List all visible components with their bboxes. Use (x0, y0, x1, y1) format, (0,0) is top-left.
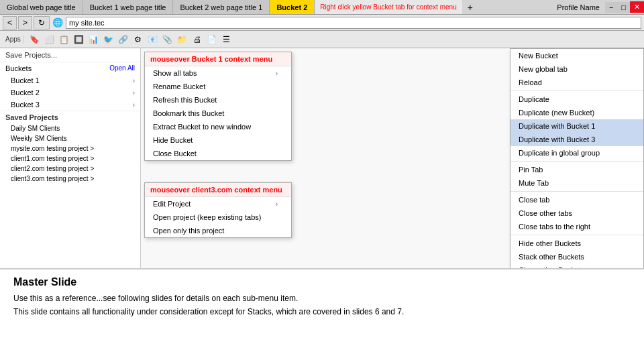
bucket1-arrow-icon: › (133, 77, 135, 84)
bucket1-refresh[interactable]: Refresh this Bucket (145, 93, 291, 107)
client3-edit-project[interactable]: Edit Project › (145, 197, 291, 210)
menu-close-tabs-right[interactable]: Close tabs to the right (511, 220, 643, 233)
toolbar-icon-8[interactable]: 📧 (146, 33, 160, 46)
menu-duplicate-bucket3[interactable]: Duplicate with Bucket 3 (511, 133, 643, 146)
right-click-hint-label: Right click yellow Bucket tab for contex… (320, 3, 456, 11)
menu-mute-tab[interactable]: Mute Tab (511, 176, 643, 190)
tab-global[interactable]: Global web page title (0, 0, 83, 14)
master-slide-title: Master Slide (13, 276, 631, 288)
toolbar-icon-1[interactable]: ⬜ (43, 33, 56, 46)
toolbar-icon-11[interactable]: 🖨 (191, 33, 204, 46)
profile-name: Profile Name (551, 3, 605, 11)
client3-menu-header: mouseover client3.com context menu (145, 183, 291, 197)
sidebar-bucket1[interactable]: Bucket 1 › (0, 74, 140, 86)
separator-1 (511, 90, 643, 91)
toolbar-icon-2[interactable]: 📋 (58, 33, 71, 46)
bucket3-arrow-icon: › (133, 101, 135, 109)
separator-2 (511, 161, 643, 162)
menu-duplicate-bucket1[interactable]: Duplicate with Bucket 1 (511, 119, 643, 133)
buckets-header[interactable]: Buckets Open All (0, 62, 140, 74)
toolbar-icon-12[interactable]: 📄 (205, 33, 219, 46)
buckets-label: Buckets (5, 64, 32, 72)
menu-close-other-buckets[interactable]: Close other Buckets (511, 263, 643, 268)
bucket1-show-all-tabs[interactable]: Show all tabs › (145, 66, 291, 80)
menu-close-other-tabs[interactable]: Close other tabs (511, 206, 643, 220)
tab-global-label: Global web page title (7, 3, 76, 11)
menu-pin-tab[interactable]: Pin Tab (511, 163, 643, 176)
address-bar[interactable] (66, 17, 641, 29)
maximize-button[interactable]: □ (617, 2, 630, 13)
tab-bucket2-yellow-label: Bucket 2 (276, 3, 307, 11)
content-area: mouseover Bucket 1 context menu Show all… (141, 48, 644, 268)
menu-close-tab[interactable]: Close tab (511, 193, 643, 206)
sidebar-weekly-sm[interactable]: Weekly SM Clients (0, 133, 140, 143)
menu-hide-other-buckets[interactable]: Hide other Buckets (511, 237, 643, 250)
menu-new-bucket[interactable]: New Bucket (511, 49, 643, 62)
client3-open-only[interactable]: Open only this project (145, 224, 291, 237)
show-all-tabs-arrow-icon: › (276, 70, 278, 77)
bucket1-menu-header: mouseover Bucket 1 context menu (145, 52, 291, 66)
toolbar-icon-13[interactable]: ☰ (220, 33, 233, 46)
toolbar-icon-3[interactable]: 🔲 (72, 33, 86, 46)
bucket1-bookmark[interactable]: Bookmark this Bucket (145, 107, 291, 120)
tab-bucket2-title1-label: Bucket 2 web page title 1 (180, 3, 262, 11)
sidebar-client1[interactable]: client1.com testing project > (0, 154, 140, 164)
sidebar-mysite[interactable]: mysite.com testing project > (0, 143, 140, 154)
separator-4 (511, 235, 643, 235)
bucket1-close[interactable]: Close Bucket (145, 147, 291, 160)
bucket1-hide[interactable]: Hide Bucket (145, 133, 291, 147)
menu-stack-other-buckets[interactable]: Stack other Buckets (511, 250, 643, 263)
minimize-button[interactable]: − (605, 2, 617, 13)
menu-duplicate-global[interactable]: Duplicate in global group (511, 146, 643, 160)
refresh-button[interactable]: ↻ (34, 16, 50, 29)
toolbar-icon-6[interactable]: 🔗 (117, 33, 130, 46)
bucket2-arrow-icon: › (133, 89, 135, 97)
toolbar-icon-4[interactable]: 📊 (87, 33, 101, 46)
client3-context-menu: mouseover client3.com context menu Edit … (144, 182, 292, 238)
bottom-text-2: This slide contains all functionality un… (13, 307, 631, 316)
apps-label: Apps (3, 36, 24, 43)
yellow-tab-context-menu: New Bucket New global tab Reload Duplica… (510, 48, 644, 268)
bookmark-icon[interactable]: 🔖 (28, 33, 42, 46)
forward-button[interactable]: > (18, 16, 32, 29)
separator-3 (511, 191, 643, 192)
bucket1-extract[interactable]: Extract Bucket to new window (145, 120, 291, 133)
close-button[interactable]: ✕ (630, 1, 644, 13)
edit-project-arrow-icon: › (276, 200, 278, 208)
menu-duplicate[interactable]: Duplicate (511, 93, 643, 106)
toolbar-icon-9[interactable]: 📎 (161, 33, 174, 46)
back-button[interactable]: < (3, 16, 17, 29)
menu-duplicate-new-bucket[interactable]: Duplicate (new Bucket) (511, 106, 643, 119)
icon-toolbar: Apps 🔖 ⬜ 📋 🔲 📊 🐦 🔗 ⚙ 📧 📎 📁 🖨 📄 ☰ (0, 31, 644, 48)
menu-reload[interactable]: Reload (511, 76, 643, 89)
sidebar-daily-sm[interactable]: Daily SM Clients (0, 123, 140, 133)
sidebar-client3[interactable]: client3.com testing project > (0, 174, 140, 184)
save-projects-button[interactable]: Save Projects... (0, 48, 140, 62)
bucket1-context-menu: mouseover Bucket 1 context menu Show all… (144, 52, 292, 161)
globe-icon: 🌐 (51, 17, 64, 27)
open-all-button[interactable]: Open All (109, 64, 135, 72)
bottom-area: Master Slide Use this as a reference...s… (0, 268, 644, 362)
menu-new-global-tab[interactable]: New global tab (511, 62, 643, 76)
toolbar-icon-7[interactable]: ⚙ (131, 33, 145, 46)
sidebar-client2[interactable]: client2.com testing project > (0, 164, 140, 174)
new-tab-button[interactable]: + (462, 0, 478, 14)
tab-bucket2-title1[interactable]: Bucket 2 web page title 1 (173, 0, 270, 14)
toolbar-icon-5[interactable]: 🐦 (102, 33, 115, 46)
bottom-text-1: Use this as a reference...see following … (13, 294, 631, 303)
sidebar: Save Projects... Buckets Open All Bucket… (0, 48, 141, 268)
bucket1-rename[interactable]: Rename Bucket (145, 80, 291, 93)
client3-open-keep[interactable]: Open project (keep existing tabs) (145, 210, 291, 224)
tab-bucket1-label: Bucket 1 web page title (90, 3, 166, 11)
sidebar-bucket3[interactable]: Bucket 3 › (0, 99, 140, 111)
tab-bucket1[interactable]: Bucket 1 web page title (83, 0, 174, 14)
toolbar-icon-10[interactable]: 📁 (176, 33, 189, 46)
saved-projects-label: Saved Projects (0, 111, 140, 123)
sidebar-bucket2[interactable]: Bucket 2 › (0, 86, 140, 99)
tab-right-click-hint: Right click yellow Bucket tab for contex… (315, 0, 462, 14)
tab-bucket2-yellow[interactable]: Bucket 2 (270, 0, 315, 14)
